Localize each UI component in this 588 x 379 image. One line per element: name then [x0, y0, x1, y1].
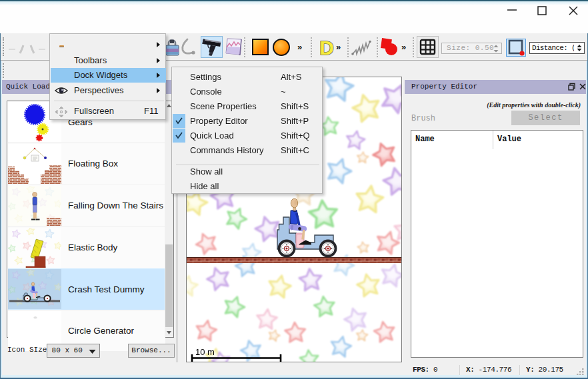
svg-text:10 m: 10 m	[195, 347, 215, 357]
svg-text:D: D	[319, 37, 334, 59]
